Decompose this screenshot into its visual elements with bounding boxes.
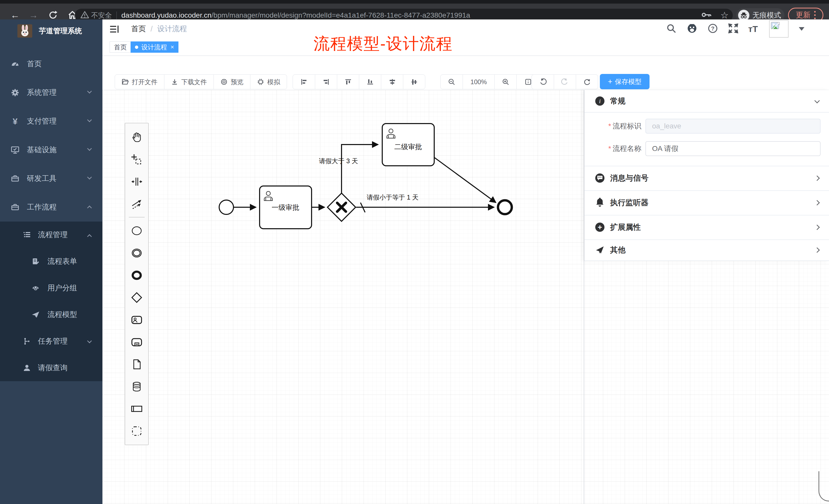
gateway-exclusive[interactable] [327, 193, 356, 221]
start-event[interactable] [219, 200, 233, 215]
info-icon: i [595, 96, 605, 106]
breadcrumb-current: 设计流程 [157, 24, 187, 34]
tab-home[interactable]: 首页 [110, 41, 131, 53]
fullscreen-icon[interactable] [728, 23, 738, 35]
chevron-up-icon [87, 234, 92, 239]
avatar[interactable] [769, 20, 789, 38]
chevron-down-icon [87, 175, 92, 179]
app-logo-row[interactable]: 芋道管理系统 [0, 20, 102, 42]
github-icon[interactable] [686, 23, 698, 35]
dashboard-icon [11, 60, 20, 68]
app-header: 首页 / 设计流程 ? ᴛT [102, 20, 829, 38]
bookmark-star-icon[interactable]: ☆ [720, 10, 729, 21]
branch-icon [23, 337, 31, 346]
url-text[interactable]: dashboard.yudao.iocoder.cn/bpm/manager/m… [121, 11, 470, 20]
chevron-up-icon [87, 205, 92, 210]
task-level2[interactable]: 二级审批 [382, 124, 434, 166]
zoom-in-button[interactable] [494, 75, 516, 89]
browser-toolbar: ← → 不安全 dashboard.yudao.iocoder.cn/bpm/m… [0, 4, 829, 20]
chevron-right-icon [815, 200, 820, 205]
align-left-icon [300, 79, 307, 85]
section-general-header[interactable]: i 常规 [584, 90, 829, 112]
sidebar-item-user-group[interactable]: 用户分组 [0, 275, 102, 301]
sidebar-item-workflow[interactable]: 工作流程 [0, 193, 102, 222]
align-right-button[interactable] [315, 75, 337, 89]
align-center-icon [411, 79, 418, 85]
chevron-down-icon [87, 146, 92, 151]
send-icon [595, 245, 605, 254]
close-icon[interactable]: × [171, 43, 174, 51]
chevron-down-icon [87, 117, 92, 122]
sidebar: 芋道管理系统 首页 系统管理 ¥ 支付管理 [0, 20, 102, 504]
simulate-button[interactable]: 模拟 [250, 75, 287, 89]
password-key-icon[interactable] [701, 11, 712, 20]
briefcase-icon [11, 203, 20, 211]
align-button-group [293, 74, 425, 89]
align-center-button[interactable] [403, 75, 425, 89]
font-size-icon[interactable]: ᴛT [748, 24, 758, 34]
field-process-name: *流程名称 [584, 141, 829, 156]
tags-view-bar: 首页 设计流程 × [102, 38, 829, 56]
tab-design-process[interactable]: 设计流程 × [131, 41, 178, 53]
task-level1[interactable]: 一级审批 [260, 186, 312, 229]
align-middle-icon [389, 79, 396, 85]
section-other[interactable]: 其他 [584, 239, 829, 261]
zoom-in-icon [502, 78, 509, 85]
sidebar-item-infra[interactable]: 基础设施 [0, 135, 102, 164]
align-left-button[interactable] [293, 75, 315, 89]
flow-task2-to-end[interactable] [434, 158, 496, 203]
chevron-down-icon [87, 89, 92, 93]
sidebar-item-process-model[interactable]: 流程模型 [0, 301, 102, 328]
zoom-out-button[interactable] [441, 75, 463, 89]
sidebar-item-process-mgmt[interactable]: 流程管理 [0, 222, 102, 248]
sidebar-item-home[interactable]: 首页 [0, 50, 102, 78]
section-message-signal[interactable]: 消息与信号 [584, 166, 829, 190]
file-button-group: 打开文件 下载文件 预览 模拟 [115, 74, 287, 89]
sidebar-item-devtools[interactable]: 研发工具 [0, 164, 102, 193]
chevron-down-icon [815, 98, 820, 103]
sidebar-item-payment[interactable]: ¥ 支付管理 [0, 107, 102, 135]
align-top-icon [345, 79, 352, 85]
designer-toolbar: 打开文件 下载文件 预览 模拟 [102, 56, 829, 90]
open-file-button[interactable]: 打开文件 [115, 75, 164, 89]
sidebar-item-leave-query[interactable]: 请假查询 [0, 355, 102, 381]
zoom-level[interactable]: 100% [463, 75, 494, 89]
align-middle-button[interactable] [381, 75, 403, 89]
sidebar-item-process-form[interactable]: 流程表单 [0, 248, 102, 275]
sidebar-item-task-mgmt[interactable]: 任务管理 [0, 328, 102, 355]
preview-icon [220, 78, 227, 85]
save-model-button[interactable]: + 保存模型 [600, 74, 650, 89]
redo-button[interactable] [554, 75, 576, 89]
field-process-key: *流程标识 [584, 119, 829, 133]
preview-button[interactable]: 预览 [214, 75, 250, 89]
flow-label-gt3[interactable]: 请假大于 3 天 [319, 157, 358, 164]
section-extension-props[interactable]: + 扩展属性 [584, 215, 829, 239]
align-top-button[interactable] [337, 75, 359, 89]
svg-text:一级审批: 一级审批 [272, 204, 299, 211]
search-icon[interactable] [666, 23, 677, 35]
face-icon [31, 284, 40, 293]
process-name-input[interactable] [645, 141, 821, 156]
breadcrumb-home[interactable]: 首页 [131, 24, 146, 34]
flow-gateway-to-task2[interactable] [341, 145, 378, 193]
download-file-button[interactable]: 下载文件 [164, 75, 214, 89]
process-key-input[interactable] [645, 119, 821, 133]
section-execution-listener[interactable]: 执行监听器 [584, 190, 829, 215]
message-icon [595, 173, 605, 183]
browser-menu-kebab-icon[interactable] [814, 11, 816, 19]
end-event[interactable] [498, 200, 512, 214]
monitor-icon [11, 146, 20, 154]
incognito-label: 无痕模式 [752, 10, 781, 20]
avatar-caret-icon[interactable] [799, 27, 804, 31]
security-warning-icon[interactable] [80, 10, 89, 20]
restart-button[interactable] [576, 75, 598, 89]
annotation-title: 流程模型-设计流程 [314, 33, 453, 55]
help-icon[interactable]: ? [708, 23, 718, 35]
undo-button[interactable] [532, 75, 554, 89]
security-label[interactable]: 不安全 [91, 11, 112, 20]
sidebar-item-system[interactable]: 系统管理 [0, 78, 102, 107]
sidebar-fold-icon[interactable] [108, 23, 121, 36]
yen-icon: ¥ [11, 117, 20, 126]
flow-label-le1[interactable]: 请假小于等于 1 天 [367, 194, 419, 201]
align-bottom-button[interactable] [359, 75, 381, 89]
